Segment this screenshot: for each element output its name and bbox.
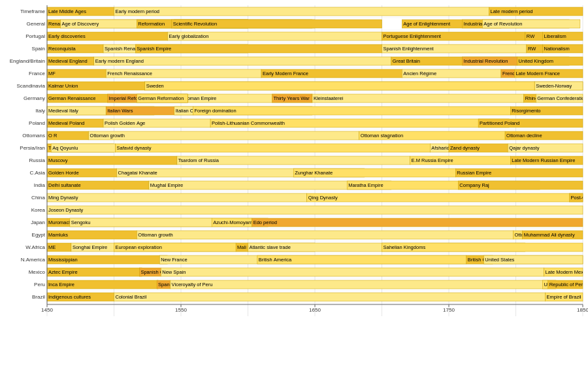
timeline-chart <box>0 0 588 392</box>
chart-container: { "title": "Historical Timeline 1450-185… <box>0 0 588 392</box>
